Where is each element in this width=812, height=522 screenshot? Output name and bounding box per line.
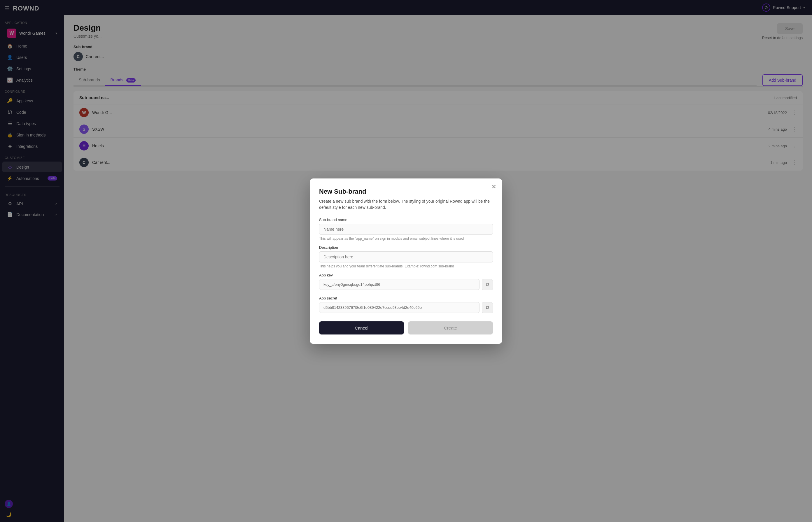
app-secret-row: ⧉ bbox=[319, 302, 493, 313]
subbrand-name-input[interactable] bbox=[319, 224, 493, 235]
description-label: Description bbox=[319, 245, 493, 249]
create-button[interactable]: Create bbox=[408, 321, 493, 335]
modal-description: Create a new sub brand with the form bel… bbox=[319, 198, 493, 210]
modal-actions: Cancel Create bbox=[319, 321, 493, 335]
new-subbrand-modal: ✕ New Sub-brand Create a new sub brand w… bbox=[310, 179, 502, 344]
app-key-row: ⧉ bbox=[319, 279, 493, 290]
app-key-label: App key bbox=[319, 273, 493, 277]
modal-title: New Sub-brand bbox=[319, 188, 493, 195]
modal-overlay: ✕ New Sub-brand Create a new sub brand w… bbox=[0, 0, 812, 522]
description-input[interactable] bbox=[319, 252, 493, 262]
app-secret-input bbox=[319, 302, 479, 313]
description-hint: This helps you and your team differentia… bbox=[319, 264, 493, 268]
app-key-input bbox=[319, 279, 479, 290]
app-secret-label: App secret bbox=[319, 296, 493, 300]
subbrand-name-hint: This will appear as the "app_name" on si… bbox=[319, 237, 493, 241]
cancel-button[interactable]: Cancel bbox=[319, 321, 404, 335]
subbrand-name-label: Sub-brand name bbox=[319, 218, 493, 222]
app-secret-copy-button[interactable]: ⧉ bbox=[482, 302, 493, 313]
modal-close-button[interactable]: ✕ bbox=[492, 183, 496, 190]
app-key-copy-button[interactable]: ⧉ bbox=[482, 279, 493, 290]
